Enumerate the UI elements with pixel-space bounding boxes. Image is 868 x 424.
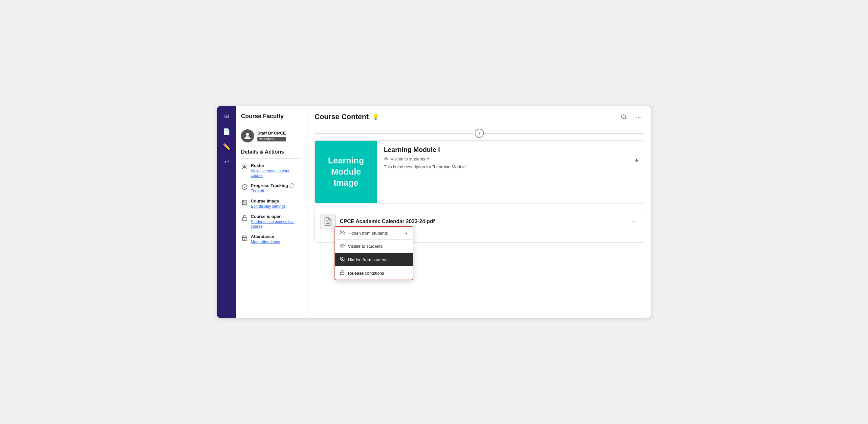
course-open-content: Course is open Students can access this … — [251, 214, 302, 229]
dropdown-header[interactable]: Hidden from students ▲ — [335, 227, 413, 239]
module-more-button[interactable]: ··· — [632, 145, 641, 153]
visible-eye-icon — [340, 243, 345, 249]
staff-info: Staff Dr CPCE TEACHER — [257, 131, 286, 141]
release-lock-icon — [340, 270, 345, 276]
svg-point-0 — [246, 133, 249, 136]
course-open-icon — [241, 214, 248, 222]
sidebar-item-course-image: Course Image Edit display settings — [241, 199, 302, 209]
module-thumbnail-text: LearningModuleImage — [325, 152, 367, 192]
svg-point-4 — [243, 201, 244, 202]
icon-rail: ✉ 📄 ✏️ ↩ — [217, 106, 236, 318]
teacher-badge: TEACHER — [257, 137, 286, 141]
dropdown-header-hidden-icon — [340, 230, 345, 236]
visibility-dropdown: Hidden from students ▲ Visible to studen… — [335, 226, 413, 280]
roster-label: Roster — [251, 163, 302, 168]
attendance-link[interactable]: Mark attendance — [251, 239, 280, 244]
logout-icon[interactable]: ↩ — [220, 156, 233, 168]
content-area: + LearningModuleImage Learning Module I … — [308, 126, 651, 318]
attendance-label: Attendance — [251, 234, 280, 239]
module-visibility-toggle[interactable]: 👁 Visible to students ▾ — [384, 156, 622, 162]
module-thumbnail: LearningModuleImage — [315, 141, 377, 203]
svg-point-13 — [342, 245, 343, 247]
course-image-content: Course Image Edit display settings — [251, 199, 286, 209]
module-collapse-button[interactable]: ▲ — [632, 156, 641, 163]
module-chevron-icon: ▾ — [427, 157, 429, 161]
sidebar-item-progress: Progress Tracking i Turn off — [241, 183, 302, 193]
main-header: Course Content 💡 ··· — [308, 106, 651, 126]
dropdown-header-chevron: ▲ — [404, 231, 408, 235]
course-image-icon — [241, 199, 248, 206]
sidebar-divider — [241, 124, 302, 124]
search-button[interactable] — [619, 111, 629, 122]
module-description: This is the description for "Learning Mo… — [384, 164, 622, 169]
module-title: Learning Module I — [384, 146, 622, 154]
dropdown-header-label: Hidden from students — [347, 231, 388, 236]
course-open-label: Course is open — [251, 214, 302, 219]
progress-info-icon[interactable]: i — [289, 184, 294, 188]
pdf-section: CPCE Academic Calendar 2023-24.pdf ··· H… — [314, 209, 644, 242]
dropdown-item-release-label: Release conditions — [348, 271, 384, 276]
attendance-icon — [241, 234, 248, 241]
module-card-inner: LearningModuleImage Learning Module I 👁 … — [315, 141, 644, 203]
sidebar-title: Course Faculty — [241, 113, 302, 120]
pdf-file-icon — [320, 214, 336, 229]
attendance-content: Attendance Mark attendance — [251, 234, 280, 244]
avatar — [241, 129, 254, 142]
dropdown-item-hidden[interactable]: Hidden from students — [335, 253, 413, 266]
module-actions: ··· ▲ — [629, 141, 644, 203]
sidebar-divider2 — [241, 158, 302, 159]
module-card: LearningModuleImage Learning Module I 👁 … — [314, 140, 644, 203]
dropdown-item-release[interactable]: Release conditions — [335, 266, 413, 280]
pdf-three-dots[interactable]: ··· — [630, 218, 639, 226]
main-header-left: Course Content 💡 — [314, 112, 379, 121]
main-title: Course Content — [314, 112, 369, 121]
roster-content: Roster View everyone in your course — [251, 163, 302, 178]
staff-name: Staff Dr CPCE — [257, 131, 286, 135]
dropdown-item-visible[interactable]: Visible to students — [335, 239, 413, 253]
add-content-button[interactable]: + — [475, 129, 484, 138]
progress-icon — [241, 184, 248, 191]
course-image-label: Course Image — [251, 199, 286, 203]
svg-point-7 — [621, 115, 625, 119]
main-content: Course Content 💡 ··· + — [308, 106, 651, 318]
module-eye-icon: 👁 — [384, 156, 389, 162]
svg-rect-6 — [242, 236, 247, 240]
sidebar-item-course-open: Course is open Students can access this … — [241, 214, 302, 229]
roster-icon — [241, 163, 248, 171]
module-visibility-label: Visible to students — [391, 157, 425, 161]
progress-content: Progress Tracking i Turn off — [251, 183, 294, 193]
dropdown-item-visible-label: Visible to students — [348, 244, 382, 249]
roster-link[interactable]: View everyone in your course — [251, 169, 302, 178]
edit-icon[interactable]: ✏️ — [220, 140, 233, 153]
main-header-right: ··· — [619, 111, 644, 122]
sidebar: Course Faculty Staff Dr CPCE TEACHER Det… — [236, 106, 308, 318]
details-actions-title: Details & Actions — [241, 149, 302, 155]
pdf-more-button[interactable]: ··· — [630, 218, 639, 226]
dropdown-item-hidden-label: Hidden from students — [348, 257, 389, 262]
sidebar-item-roster: Roster View everyone in your course — [241, 163, 302, 178]
progress-label: Progress Tracking i — [251, 183, 294, 188]
bulb-icon: 💡 — [372, 113, 379, 121]
progress-link[interactable]: Turn off — [251, 189, 294, 193]
svg-point-1 — [243, 165, 245, 167]
mail-icon[interactable]: ✉ — [220, 110, 233, 123]
svg-rect-15 — [340, 272, 344, 275]
hidden-slash-icon — [340, 257, 345, 263]
course-open-link[interactable]: Students can access this course — [251, 220, 302, 229]
course-image-link[interactable]: Edit display settings — [251, 204, 286, 209]
svg-rect-5 — [242, 218, 247, 220]
staff-section: Staff Dr CPCE TEACHER — [241, 129, 302, 142]
document-icon[interactable]: 📄 — [220, 125, 233, 138]
add-item-row: + — [314, 126, 644, 140]
module-info: Learning Module I 👁 Visible to students … — [377, 141, 629, 203]
sidebar-item-attendance: Attendance Mark attendance — [241, 234, 302, 244]
pdf-title: CPCE Academic Calendar 2023-24.pdf — [340, 219, 435, 225]
more-options-button[interactable]: ··· — [633, 111, 644, 122]
